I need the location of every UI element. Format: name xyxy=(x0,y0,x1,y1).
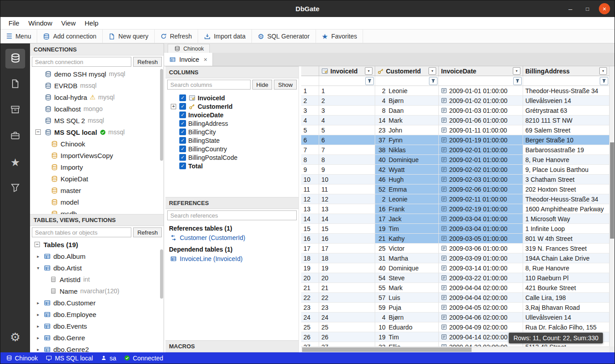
row-number-cell[interactable]: 11 xyxy=(301,184,319,194)
cell-invoicedate[interactable]: 2009-03-09 01:00:00 xyxy=(439,253,523,263)
activity-favorites[interactable]: ★ xyxy=(5,153,25,172)
column-menu-dropdown-icon[interactable]: ▾ xyxy=(365,67,372,75)
column-menu-dropdown-icon[interactable]: ▾ xyxy=(513,67,520,75)
cell-customerid[interactable]: 21Kathy xyxy=(375,234,439,244)
checkbox-checked-icon[interactable]: ✓ xyxy=(179,128,186,135)
show-button[interactable]: Show xyxy=(274,80,297,90)
cell-customerid[interactable]: 19Tim xyxy=(375,332,439,342)
row-number-cell[interactable]: 7 xyxy=(301,145,319,155)
grid-horizontal-scrollbar[interactable] xyxy=(301,347,609,352)
cell-billingaddress[interactable]: 69 Salem Street xyxy=(523,125,609,135)
connection-item-localhost[interactable]: localhostmongo xyxy=(30,103,164,115)
menu-window[interactable]: Window xyxy=(24,18,56,28)
tab-invoice[interactable]: Invoice × xyxy=(164,53,213,66)
tree-item-tables-19[interactable]: −Tables (19) xyxy=(30,239,164,250)
cell-invoicedate[interactable]: 2009-03-06 01:00:00 xyxy=(439,244,523,253)
filter-input-billingaddress[interactable] xyxy=(524,77,599,85)
tree-item-dbo-album[interactable]: ▸dbo.Album xyxy=(30,250,164,262)
row-number-cell[interactable]: 1 xyxy=(301,86,319,96)
column-header-billingaddress[interactable]: BillingAddress▾ xyxy=(523,66,609,76)
database-group-tab[interactable]: Chinook xyxy=(168,44,210,53)
toolbar-sql-generator[interactable]: ⚙SQL Generator xyxy=(252,30,316,43)
cell-invoiceid[interactable]: 12 xyxy=(319,194,375,204)
collapse-expander-icon[interactable]: − xyxy=(35,242,40,247)
row-number-cell[interactable]: 22 xyxy=(301,293,319,303)
cell-invoiceid[interactable]: 20 xyxy=(319,273,375,283)
filter-funnel-icon[interactable] xyxy=(600,77,608,85)
row-number-cell[interactable]: 18 xyxy=(301,253,319,263)
chevron-right-icon[interactable]: ▸ xyxy=(35,347,41,352)
cell-customerid[interactable]: 10Eduardo xyxy=(375,322,439,332)
connection-item-demo-ssh-mysql[interactable]: demo SSH mysqlmysql xyxy=(30,68,164,80)
scrollbar-thumb[interactable] xyxy=(302,347,472,352)
cell-customerid[interactable]: 54Steve xyxy=(375,273,439,283)
cell-billingaddress[interactable]: 3,Raj Bhavan Road xyxy=(523,303,609,313)
cell-invoicedate[interactable]: 2009-03-04 01:00:00 xyxy=(439,224,523,234)
row-number-cell[interactable]: 17 xyxy=(301,244,319,253)
row-number-cell[interactable]: 19 xyxy=(301,263,319,273)
tables-search-input[interactable] xyxy=(32,227,131,237)
row-number-cell[interactable]: 21 xyxy=(301,283,319,293)
cell-billingaddress[interactable]: Ullevålsveien 14 xyxy=(523,96,609,106)
cell-invoicedate[interactable]: 2009-01-03 01:00:00 xyxy=(439,106,523,116)
row-number-cell[interactable]: 6 xyxy=(301,135,319,145)
cell-customerid[interactable]: 16Frank xyxy=(375,204,439,214)
cell-invoiceid[interactable]: 27 xyxy=(319,342,375,347)
cell-invoicedate[interactable]: 2009-01-11 01:00:00 xyxy=(439,125,523,135)
references-search-input[interactable] xyxy=(167,210,297,220)
toolbar-favorites[interactable]: ★Favorites xyxy=(316,30,364,43)
reference-link-invoiceline-invoiceid[interactable]: InvoiceLine (InvoiceId) xyxy=(165,254,299,264)
chevron-right-icon[interactable]: ▸ xyxy=(35,300,41,305)
checkbox-checked-icon[interactable]: ✓ xyxy=(179,120,186,127)
tree-item-dbo-genre[interactable]: ▸dbo.Genre xyxy=(30,332,164,343)
cell-invoiceid[interactable]: 15 xyxy=(319,224,375,234)
scrollbar-thumb[interactable] xyxy=(160,69,163,161)
cell-billingaddress[interactable]: Theodor-Heuss-Straße 34 xyxy=(523,86,609,96)
cell-invoiceid[interactable]: 26 xyxy=(319,332,375,342)
column-menu-dropdown-icon[interactable]: ▾ xyxy=(429,67,436,75)
cell-invoicedate[interactable]: 2009-02-01 01:00:00 xyxy=(439,155,523,165)
tree-item-dbo-events[interactable]: ▸dbo.Events xyxy=(30,320,164,332)
cell-invoiceid[interactable]: 16 xyxy=(319,234,375,244)
cell-customerid[interactable]: 25Victor xyxy=(375,244,439,253)
connection-item-local-hydra[interactable]: local-hydra⚠mysql xyxy=(30,91,164,103)
statusbar-database[interactable]: Chinook xyxy=(2,355,42,362)
tree-item-dbo-employee[interactable]: ▸dbo.Employee xyxy=(30,308,164,320)
cell-invoiceid[interactable]: 21 xyxy=(319,283,375,293)
statusbar-connection[interactable]: MS SQL local xyxy=(42,355,97,362)
scrollbar-thumb[interactable] xyxy=(610,142,614,239)
database-item-importy[interactable]: Importy xyxy=(30,161,164,173)
tree-item-name[interactable]: Namenvarchar(120) xyxy=(30,285,164,297)
row-number-cell[interactable]: 13 xyxy=(301,204,319,214)
cell-customerid[interactable]: 2Leonie xyxy=(375,194,439,204)
database-item-msdb[interactable]: msdb xyxy=(30,208,164,214)
cell-invoiceid[interactable]: 11 xyxy=(319,184,375,194)
checkbox-checked-icon[interactable]: ✓ xyxy=(179,163,186,169)
cell-invoiceid[interactable]: 2 xyxy=(319,96,375,106)
cell-billingaddress[interactable]: 9, Place Louis Barthou xyxy=(523,165,609,175)
cell-customerid[interactable]: 37Fynn xyxy=(375,135,439,145)
activity-files[interactable] xyxy=(5,75,25,94)
row-number-cell[interactable]: 25 xyxy=(301,322,319,332)
cell-invoicedate[interactable]: 2009-02-02 01:00:00 xyxy=(439,165,523,175)
cell-billingaddress[interactable]: 1 Microsoft Way xyxy=(523,214,609,224)
column-toggle-billingcity[interactable]: ✓BillingCity xyxy=(165,128,299,136)
tree-item-dbo-genre2[interactable]: ▸dbo.Genre2 xyxy=(30,343,164,352)
row-number-cell[interactable]: 4 xyxy=(301,116,319,125)
grid-vertical-scrollbar[interactable] xyxy=(609,66,615,347)
cell-billingaddress[interactable]: 421 Bourke Street xyxy=(523,283,609,293)
tables-refresh-button[interactable]: Refresh xyxy=(133,227,162,237)
toolbar-menu[interactable]: ☰Menu xyxy=(0,30,37,43)
database-item-kopiedat[interactable]: KopieDat xyxy=(30,173,164,184)
cell-billingaddress[interactable]: Berger Straße 10 xyxy=(523,135,609,145)
cell-billingaddress[interactable]: Rua Dr. Falcão Filho, 155 xyxy=(523,322,609,332)
column-header-invoicedate[interactable]: InvoiceDate▾ xyxy=(439,66,523,76)
statusbar-user[interactable]: sa xyxy=(97,355,120,362)
cell-customerid[interactable]: 38Niklas xyxy=(375,145,439,155)
checkbox-checked-icon[interactable]: ✓ xyxy=(179,146,186,152)
row-number-cell[interactable]: 20 xyxy=(301,273,319,283)
row-number-cell[interactable]: 9 xyxy=(301,165,319,175)
cell-invoiceid[interactable]: 18 xyxy=(319,253,375,263)
maximize-button[interactable]: □ xyxy=(582,3,593,14)
cell-invoiceid[interactable]: 13 xyxy=(319,204,375,214)
